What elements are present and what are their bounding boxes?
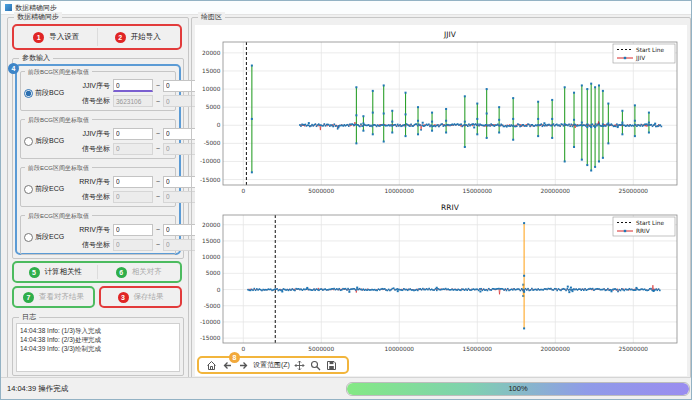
jjiv-index-label: JJIV序号 (76, 81, 110, 91)
radio-front-ecg[interactable]: 前段ECG (21, 184, 76, 194)
svg-text:15000000: 15000000 (463, 346, 493, 352)
svg-text:10000: 10000 (202, 254, 221, 260)
tilde: ~ (156, 82, 160, 89)
svg-text:10000000: 10000000 (385, 346, 415, 352)
svg-text:10000000: 10000000 (385, 188, 415, 194)
param-group-title: 后段BCG区间坐标取值 (25, 115, 92, 125)
svg-text:15000: 15000 (202, 68, 221, 74)
svg-text:15000: 15000 (202, 238, 221, 244)
svg-text:RRIV: RRIV (441, 203, 460, 212)
svg-text:Start Line: Start Line (636, 47, 665, 53)
radio-front-ecg-label: 前段ECG (35, 184, 64, 194)
rriv-index-from-input[interactable] (113, 224, 153, 236)
rriv-index-from-input[interactable] (113, 176, 153, 188)
log-group-title: 日志 (19, 312, 39, 322)
log-line: 14:04:39 Info: (3/3)绘制完成 (20, 344, 176, 353)
progress-text: 100% (347, 384, 689, 393)
param-group-rear-ecg: 后段ECG区间坐标取值 后段ECG RRIV序号 ~ (20, 215, 176, 255)
svg-text:JJIV: JJIV (635, 55, 645, 62)
signal-coord-from-input (113, 95, 153, 107)
figure-canvas[interactable]: 0500000010000000150000002000000025000000… (195, 25, 687, 376)
svg-text:15000000: 15000000 (463, 188, 493, 194)
start-import-button[interactable]: 2 开始导入 (100, 29, 177, 45)
start-import-label: 开始导入 (131, 32, 161, 42)
radio-rear-bcg[interactable]: 后段BCG (21, 136, 76, 146)
save-result-box: 3 保存结果 (99, 286, 182, 308)
chart-jjiv[interactable]: 0500000010000000150000002000000025000000… (197, 28, 685, 198)
svg-text:25000000: 25000000 (619, 188, 649, 194)
save-result-label: 保存结果 (134, 292, 164, 302)
badge-2: 2 (115, 32, 126, 43)
badge-6: 6 (116, 267, 127, 278)
button-divider (97, 265, 98, 279)
param-group-rear-bcg: 后段BCG区间坐标取值 后段BCG JJIV序号 ~ (20, 119, 176, 159)
params-highlight-box: 4 前段BCG区间坐标取值 前段BCG JJIV序号 ~ (15, 64, 181, 255)
tilde: ~ (156, 241, 160, 248)
radio-rear-bcg-input[interactable] (24, 137, 33, 146)
param-group-title: 前段ECG区间坐标取值 (25, 163, 92, 173)
signal-coord-label: 信号坐标 (76, 192, 110, 202)
signal-coord-label: 信号坐标 (76, 96, 110, 106)
svg-text:5000000: 5000000 (308, 346, 334, 352)
radio-rear-ecg[interactable]: 后段ECG (21, 232, 76, 242)
correlation-align-label: 相关对齐 (132, 267, 162, 277)
jjiv-index-from-input[interactable] (113, 79, 153, 92)
log-line: 14:04:38 Info: (2/3)处理完成 (20, 335, 176, 344)
zoom-icon[interactable] (310, 359, 322, 371)
jjiv-index-label: JJIV序号 (76, 129, 110, 139)
left-panel: 数据精确同步 1 导入设置 2 开始导入 参数输入 4 前段BCG区间坐标取值 (7, 17, 189, 380)
import-settings-label: 导入设置 (49, 32, 79, 42)
analysis-button-group: 5 计算相关性 6 相关对齐 (12, 261, 182, 283)
params-group-title: 参数输入 (19, 53, 53, 63)
badge-7: 7 (23, 292, 34, 303)
badge-4: 4 (8, 63, 19, 74)
pan-icon[interactable] (294, 359, 306, 371)
radio-front-ecg-input[interactable] (24, 185, 33, 194)
svg-text:Start Line: Start Line (636, 220, 665, 226)
radio-rear-bcg-label: 后段BCG (35, 136, 64, 146)
svg-text:20000000: 20000000 (541, 346, 571, 352)
signal-coord-from-input (113, 191, 153, 203)
compute-correlation-label: 计算相关性 (45, 267, 83, 277)
jjiv-index-from-input[interactable] (113, 128, 153, 140)
tilde: ~ (156, 178, 160, 185)
param-group-front-ecg: 前段ECG区间坐标取值 前段ECG RRIV序号 ~ (20, 167, 176, 207)
svg-text:-15000: -15000 (200, 335, 221, 341)
svg-text:0: 0 (217, 122, 221, 128)
svg-text:5000000: 5000000 (308, 188, 334, 194)
radio-rear-ecg-label: 后段ECG (35, 232, 64, 242)
svg-text:-10000: -10000 (200, 158, 221, 164)
left-panel-title: 数据精确同步 (14, 12, 62, 22)
radio-rear-ecg-input[interactable] (24, 233, 33, 242)
view-align-result-label: 查看对齐结果 (39, 292, 84, 302)
svg-text:-5000: -5000 (204, 140, 221, 146)
save-icon[interactable] (326, 359, 338, 371)
signal-coord-from-input (113, 239, 153, 251)
chart-rriv[interactable]: 0500000010000000150000002000000025000000… (197, 201, 685, 356)
svg-text:20000000: 20000000 (541, 188, 571, 194)
svg-text:10000: 10000 (202, 86, 221, 92)
app-icon (5, 4, 12, 11)
svg-text:-10000: -10000 (200, 319, 221, 325)
import-settings-button[interactable]: 1 导入设置 (18, 29, 95, 45)
compute-correlation-button[interactable]: 5 计算相关性 (16, 265, 95, 279)
home-icon[interactable] (205, 359, 217, 371)
save-result-button[interactable]: 3 保存结果 (103, 290, 178, 304)
svg-text:25000000: 25000000 (619, 346, 649, 352)
radio-front-bcg-input[interactable] (24, 89, 33, 98)
status-bar: 14:04:39 操作完成 100% (1, 377, 691, 399)
set-range-button[interactable]: 设置范围(Z) (253, 360, 290, 370)
tilde: ~ (156, 130, 160, 137)
view-align-result-button[interactable]: 7 查看对齐结果 (16, 290, 91, 304)
signal-coord-label: 信号坐标 (76, 144, 110, 154)
tilde: ~ (156, 98, 160, 105)
svg-text:20000: 20000 (202, 222, 221, 228)
import-button-group: 1 导入设置 2 开始导入 (12, 24, 182, 50)
radio-front-bcg[interactable]: 前段BCG (21, 88, 76, 98)
badge-8: 8 (229, 352, 240, 363)
correlation-align-button[interactable]: 6 相关对齐 (100, 265, 179, 279)
signal-coord-label: 信号坐标 (76, 240, 110, 250)
log-area[interactable]: 14:04:38 Info: (1/3)导入完成 14:04:38 Info: … (16, 323, 180, 372)
svg-text:-5000: -5000 (204, 303, 221, 309)
tilde: ~ (156, 145, 160, 152)
